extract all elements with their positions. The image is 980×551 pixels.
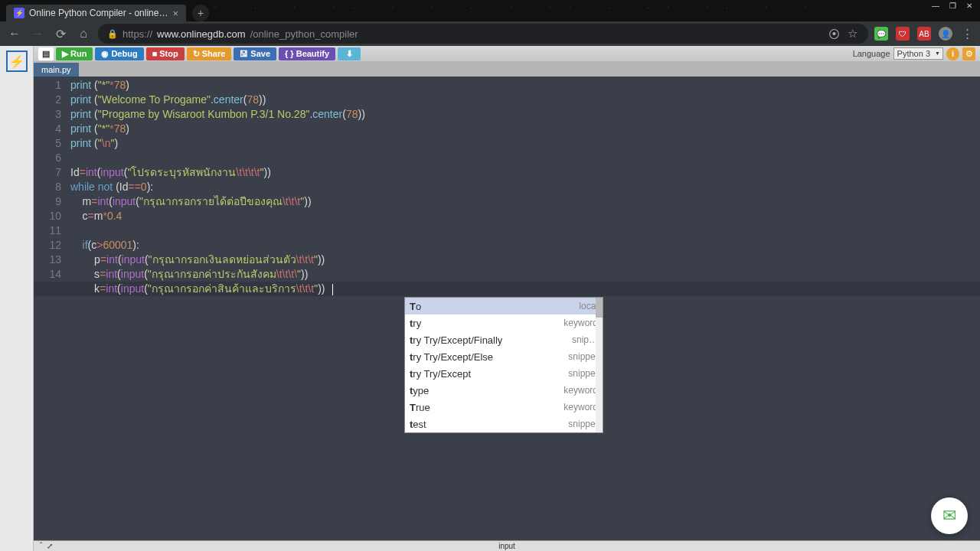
save-button[interactable]: 🖫 Save	[234, 47, 276, 60]
code-line[interactable]: s=int(input("กรุณากรอกค่าประกันสังคม\t\t…	[70, 267, 980, 282]
autocomplete-item[interactable]: trykeyword	[405, 315, 603, 331]
share-label: Share	[202, 49, 226, 58]
forward-button[interactable]: →	[29, 25, 46, 42]
browser-toolbar: ← → ⟳ ⌂ 🔒 https://www.onlinegdb.com/onli…	[0, 21, 980, 46]
restore-button[interactable]: ❐	[946, 2, 959, 10]
line-number: 14	[34, 267, 61, 282]
save-label: Save	[250, 49, 270, 58]
language-select[interactable]: Python 3	[893, 47, 943, 60]
url-prefix: https://	[122, 28, 152, 40]
code-line[interactable]	[70, 223, 980, 238]
app-toolbar: ▤ ▶ Run ◉ Debug ■ Stop ↻ Share 🖫 Save { …	[34, 46, 980, 61]
app-container: ⚡ ▤ ▶ Run ◉ Debug ■ Stop ↻ Share 🖫 Save …	[0, 46, 980, 551]
tab-title: Online Python Compiler - online…	[29, 8, 168, 18]
code-line[interactable]: while not (Id==0):	[70, 180, 980, 194]
onlinegdb-logo-icon[interactable]: ⚡	[6, 51, 28, 72]
code-line[interactable]: print ("Progame by Wisaroot Kumbon P.3/1…	[70, 107, 980, 122]
code-line[interactable]: print ("*"*78)	[70, 122, 980, 136]
line-number: 6	[34, 151, 61, 165]
line-number-gutter: 123456789101112131415	[34, 77, 69, 551]
autocomplete-item[interactable]: Tolocal	[405, 298, 603, 315]
download-button[interactable]: ⬇	[338, 47, 361, 60]
stop-button[interactable]: ■ Stop	[146, 47, 185, 60]
translate-icon[interactable]: ⦿	[827, 27, 841, 41]
abp-extension-icon[interactable]: AB	[917, 27, 931, 41]
star-icon[interactable]: ☆	[845, 27, 859, 41]
file-tab-main[interactable]: main.py	[34, 63, 79, 77]
extension-icons: 💬 🛡 AB 👤 ⋮	[874, 27, 974, 41]
autocomplete-item[interactable]: typekeyword	[405, 382, 603, 399]
autocomplete-item[interactable]: try Try/Except/Elsesnippet	[405, 348, 603, 365]
code-line[interactable]: Id=int(input("โปรดระบุรหัสพนักงาน\t\t\t\…	[70, 165, 980, 180]
menu-icon[interactable]: ⋮	[960, 27, 974, 41]
run-button[interactable]: ▶ Run	[56, 47, 93, 60]
extension-red1-icon[interactable]: 🛡	[896, 27, 910, 41]
url-domain: www.onlinegdb.com	[157, 28, 246, 40]
info-button[interactable]: i	[946, 47, 959, 60]
line-number: 13	[34, 253, 61, 267]
beautify-button[interactable]: { } Beautify	[279, 47, 335, 60]
share-button[interactable]: ↻ Share	[187, 47, 232, 60]
code-line[interactable]: print ("\n")	[70, 136, 980, 151]
code-editor[interactable]: 123456789101112131415 print ("*"*78)prin…	[34, 77, 980, 551]
line-number: 12	[34, 238, 61, 253]
debug-button[interactable]: ◉ Debug	[95, 47, 143, 60]
line-number: 7	[34, 165, 61, 180]
address-bar[interactable]: 🔒 https://www.onlinegdb.com/online_pytho…	[98, 24, 868, 44]
autocomplete-item[interactable]: try Try/Exceptsnippet	[405, 365, 603, 382]
language-label: Language	[853, 49, 890, 58]
settings-button[interactable]: ⚙	[962, 47, 975, 60]
window-controls: — ❐ ✕	[925, 0, 980, 11]
bolt-icon: ⚡	[14, 8, 24, 18]
code-line[interactable]: k=int(input("กรุณากรอกค่าสินค้าและบริการ…	[70, 282, 980, 296]
code-line[interactable]: p=int(input("กรุณากรอกเงินลดหย่อนส่วนตัว…	[70, 253, 980, 267]
run-label: Run	[70, 49, 87, 58]
main-column: ▤ ▶ Run ◉ Debug ■ Stop ↻ Share 🖫 Save { …	[34, 46, 980, 551]
line-number: 4	[34, 122, 61, 136]
beautify-label: { } Beautify	[285, 49, 329, 58]
code-line[interactable]: c=m*0.4	[70, 209, 980, 223]
line-number: 2	[34, 93, 61, 107]
code-line[interactable]: print ("Welcome To Progame".center(78))	[70, 93, 980, 107]
code-line[interactable]: print ("*"*78)	[70, 78, 980, 93]
code-line[interactable]	[70, 151, 980, 165]
line-number: 3	[34, 107, 61, 122]
reload-button[interactable]: ⟳	[52, 25, 69, 42]
autocomplete-popup[interactable]: Tolocaltrykeywordtry Try/Except/Finallys…	[404, 297, 603, 433]
expand-icon[interactable]: ⤢	[47, 542, 53, 550]
bottom-panel-bar[interactable]: ˆ ⤢ input	[34, 540, 980, 551]
left-sidebar: ⚡	[0, 46, 34, 551]
autocomplete-item[interactable]: Truekeyword	[405, 399, 603, 416]
line-number: 9	[34, 194, 61, 209]
input-tab-label[interactable]: input	[498, 542, 515, 550]
chat-icon: ✉	[942, 506, 956, 526]
line-number: 11	[34, 223, 61, 238]
code-line[interactable]: m=int(input("กรุณากรอกรายได้ต่อปีของคุณ\…	[70, 194, 980, 209]
file-tab-bar: main.py	[34, 61, 980, 77]
intercom-chat-button[interactable]: ✉	[931, 497, 968, 534]
close-button[interactable]: ✕	[963, 2, 975, 10]
stop-label: Stop	[159, 49, 178, 58]
back-button[interactable]: ←	[6, 25, 23, 42]
line-number: 5	[34, 136, 61, 151]
minimize-button[interactable]: —	[929, 2, 942, 10]
autocomplete-scrollbar[interactable]	[596, 298, 603, 432]
lock-icon: 🔒	[107, 29, 118, 39]
line-number: 1	[34, 78, 61, 93]
home-button[interactable]: ⌂	[75, 25, 92, 42]
new-file-button[interactable]: ▤	[38, 47, 54, 60]
autocomplete-item[interactable]: try Try/Except/Finallysnip…	[405, 331, 603, 348]
desktop-stars-bg: · · . · ·. · · . · ·· . .· ·. · ·	[176, 0, 934, 21]
browser-tab-active[interactable]: ⚡ Online Python Compiler - online… ×	[6, 5, 186, 21]
debug-label: Debug	[111, 49, 137, 58]
chevron-up-icon[interactable]: ˆ	[40, 542, 42, 550]
autocomplete-item[interactable]: testsnippet	[405, 416, 603, 432]
line-extension-icon[interactable]: 💬	[874, 27, 888, 41]
line-number: 8	[34, 180, 61, 194]
language-value: Python 3	[897, 49, 930, 58]
scrollbar-thumb[interactable]	[596, 298, 603, 318]
line-number: 10	[34, 209, 61, 223]
code-line[interactable]: if(c>60001):	[70, 238, 980, 253]
url-path: /online_python_compiler	[250, 28, 358, 40]
profile-avatar-icon[interactable]: 👤	[939, 27, 952, 41]
